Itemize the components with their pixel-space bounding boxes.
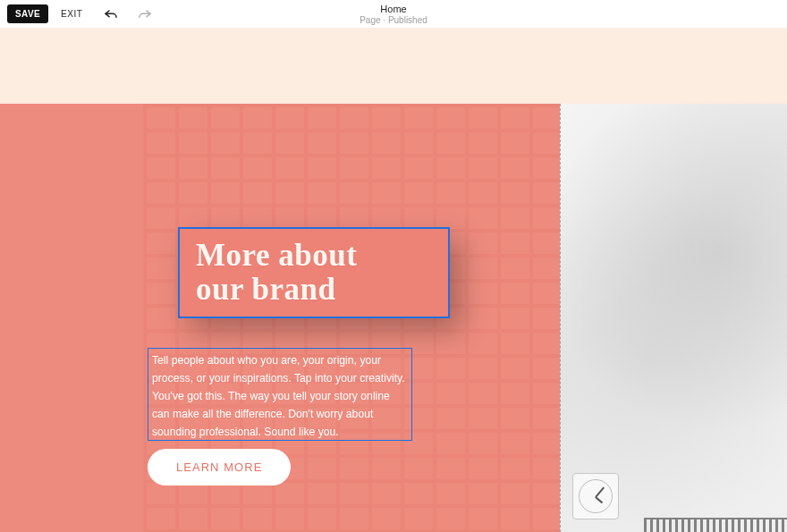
- editor-toolbar: SAVE EXIT Home Page · Published: [0, 0, 787, 29]
- paragraph-text[interactable]: Tell people about who you are, your orig…: [152, 352, 408, 441]
- undo-icon: [104, 8, 118, 21]
- exit-button[interactable]: EXIT: [61, 9, 82, 19]
- headline-text[interactable]: More about our brand: [180, 239, 373, 307]
- headline-line-2: our brand: [196, 273, 357, 307]
- page-title: Home: [360, 4, 427, 14]
- hero-right-image[interactable]: [560, 104, 787, 532]
- headline-block[interactable]: More about our brand: [178, 227, 450, 318]
- headline-line-1: More about: [196, 239, 357, 273]
- paragraph-block[interactable]: Tell people about who you are, your orig…: [148, 348, 412, 441]
- page-status: Page · Published: [360, 15, 427, 25]
- pane-divider[interactable]: [560, 104, 561, 532]
- undo-redo-group: [102, 6, 154, 22]
- banner-strip: [0, 29, 787, 104]
- editor-canvas[interactable]: More about our brand Tell people about w…: [0, 104, 787, 532]
- redo-button[interactable]: [136, 6, 154, 22]
- desk-clock: [572, 473, 619, 519]
- hero-left-pane[interactable]: More about our brand Tell people about w…: [0, 104, 560, 532]
- redo-icon: [138, 8, 152, 21]
- learn-more-button[interactable]: LEARN MORE: [148, 449, 291, 486]
- notebook-spiral: [644, 518, 787, 532]
- undo-button[interactable]: [102, 6, 120, 22]
- page-info[interactable]: Home Page · Published: [360, 4, 427, 25]
- save-button[interactable]: SAVE: [7, 4, 48, 23]
